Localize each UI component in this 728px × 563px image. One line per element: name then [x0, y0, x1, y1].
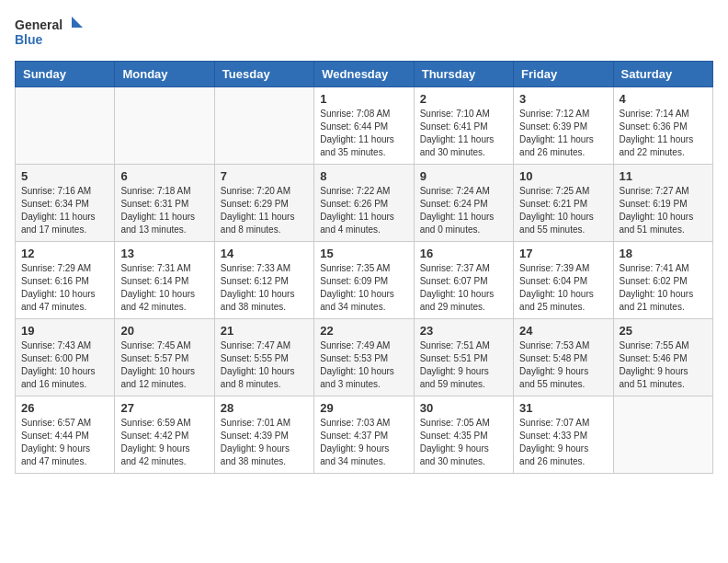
day-number: 15 [320, 247, 407, 260]
svg-text:General: General [15, 17, 63, 32]
day-info: Sunrise: 7:25 AM Sunset: 6:21 PM Dayligh… [519, 185, 607, 236]
day-header-thursday: Thursday [414, 62, 513, 87]
day-info: Sunrise: 7:03 AM Sunset: 4:37 PM Dayligh… [320, 417, 407, 468]
calendar-cell: 18Sunrise: 7:41 AM Sunset: 6:02 PM Dayli… [613, 242, 712, 319]
day-info: Sunrise: 7:08 AM Sunset: 6:44 PM Dayligh… [320, 108, 407, 159]
day-info: Sunrise: 7:37 AM Sunset: 6:07 PM Dayligh… [420, 262, 507, 314]
page-header: GeneralBlue [15, 15, 713, 52]
svg-text:Blue: Blue [15, 32, 43, 47]
calendar-cell: 31Sunrise: 7:07 AM Sunset: 4:33 PM Dayli… [514, 396, 613, 474]
day-number: 1 [320, 92, 407, 106]
calendar-cell: 8Sunrise: 7:22 AM Sunset: 6:26 PM Daylig… [314, 165, 414, 242]
day-info: Sunrise: 7:49 AM Sunset: 5:53 PM Dayligh… [320, 339, 407, 391]
calendar-table: SundayMondayTuesdayWednesdayThursdayFrid… [15, 61, 713, 474]
calendar-cell: 17Sunrise: 7:39 AM Sunset: 6:04 PM Dayli… [514, 242, 613, 319]
calendar-cell [613, 396, 712, 474]
day-number: 3 [519, 92, 607, 106]
day-info: Sunrise: 6:57 AM Sunset: 4:44 PM Dayligh… [21, 417, 108, 468]
calendar-cell: 25Sunrise: 7:55 AM Sunset: 5:46 PM Dayli… [613, 319, 712, 396]
logo: GeneralBlue [15, 15, 88, 52]
day-number: 2 [420, 92, 507, 106]
calendar-cell: 28Sunrise: 7:01 AM Sunset: 4:39 PM Dayli… [214, 396, 313, 474]
day-number: 25 [620, 324, 707, 338]
calendar-cell: 7Sunrise: 7:20 AM Sunset: 6:29 PM Daylig… [214, 165, 313, 242]
calendar-week-row: 1Sunrise: 7:08 AM Sunset: 6:44 PM Daylig… [16, 87, 713, 165]
calendar-cell [214, 87, 313, 165]
calendar-cell: 6Sunrise: 7:18 AM Sunset: 6:31 PM Daylig… [115, 165, 214, 242]
day-header-tuesday: Tuesday [214, 62, 313, 87]
day-info: Sunrise: 7:16 AM Sunset: 6:34 PM Dayligh… [21, 185, 108, 236]
day-info: Sunrise: 7:24 AM Sunset: 6:24 PM Dayligh… [420, 185, 507, 236]
day-number: 9 [420, 169, 507, 183]
day-number: 18 [620, 247, 707, 260]
day-info: Sunrise: 7:35 AM Sunset: 6:09 PM Dayligh… [320, 262, 407, 314]
day-info: Sunrise: 7:27 AM Sunset: 6:19 PM Dayligh… [620, 185, 707, 236]
calendar-week-row: 19Sunrise: 7:43 AM Sunset: 6:00 PM Dayli… [16, 319, 713, 396]
day-info: Sunrise: 7:55 AM Sunset: 5:46 PM Dayligh… [620, 339, 707, 391]
calendar-cell: 13Sunrise: 7:31 AM Sunset: 6:14 PM Dayli… [115, 242, 214, 319]
svg-marker-2 [72, 17, 83, 28]
day-number: 26 [21, 401, 108, 415]
day-number: 19 [21, 324, 108, 338]
calendar-cell: 2Sunrise: 7:10 AM Sunset: 6:41 PM Daylig… [414, 87, 513, 165]
calendar-cell: 26Sunrise: 6:57 AM Sunset: 4:44 PM Dayli… [16, 396, 115, 474]
calendar-cell: 4Sunrise: 7:14 AM Sunset: 6:36 PM Daylig… [613, 87, 712, 165]
day-info: Sunrise: 7:18 AM Sunset: 6:31 PM Dayligh… [120, 185, 208, 236]
day-number: 27 [120, 401, 208, 415]
calendar-week-row: 26Sunrise: 6:57 AM Sunset: 4:44 PM Dayli… [16, 396, 713, 474]
day-number: 20 [120, 324, 208, 338]
day-number: 22 [320, 324, 407, 338]
calendar-cell: 16Sunrise: 7:37 AM Sunset: 6:07 PM Dayli… [414, 242, 513, 319]
day-number: 28 [221, 401, 308, 415]
day-info: Sunrise: 7:01 AM Sunset: 4:39 PM Dayligh… [221, 417, 308, 468]
day-number: 30 [420, 401, 507, 415]
calendar-cell: 20Sunrise: 7:45 AM Sunset: 5:57 PM Dayli… [115, 319, 214, 396]
day-info: Sunrise: 7:53 AM Sunset: 5:48 PM Dayligh… [519, 339, 607, 391]
day-info: Sunrise: 7:39 AM Sunset: 6:04 PM Dayligh… [519, 262, 607, 314]
day-info: Sunrise: 7:12 AM Sunset: 6:39 PM Dayligh… [519, 108, 607, 159]
day-info: Sunrise: 7:43 AM Sunset: 6:00 PM Dayligh… [21, 339, 108, 391]
day-number: 10 [519, 169, 607, 183]
day-info: Sunrise: 7:14 AM Sunset: 6:36 PM Dayligh… [620, 108, 707, 159]
calendar-cell: 3Sunrise: 7:12 AM Sunset: 6:39 PM Daylig… [514, 87, 613, 165]
day-number: 24 [519, 324, 607, 338]
day-info: Sunrise: 6:59 AM Sunset: 4:42 PM Dayligh… [120, 417, 208, 468]
calendar-cell: 27Sunrise: 6:59 AM Sunset: 4:42 PM Dayli… [115, 396, 214, 474]
day-info: Sunrise: 7:41 AM Sunset: 6:02 PM Dayligh… [620, 262, 707, 314]
calendar-cell: 12Sunrise: 7:29 AM Sunset: 6:16 PM Dayli… [16, 242, 115, 319]
day-number: 14 [221, 247, 308, 260]
day-number: 8 [320, 169, 407, 183]
day-number: 21 [221, 324, 308, 338]
calendar-cell: 15Sunrise: 7:35 AM Sunset: 6:09 PM Dayli… [314, 242, 414, 319]
day-number: 11 [620, 169, 707, 183]
day-header-saturday: Saturday [613, 62, 712, 87]
calendar-cell: 24Sunrise: 7:53 AM Sunset: 5:48 PM Dayli… [514, 319, 613, 396]
calendar-cell: 30Sunrise: 7:05 AM Sunset: 4:35 PM Dayli… [414, 396, 513, 474]
day-header-wednesday: Wednesday [314, 62, 414, 87]
day-info: Sunrise: 7:29 AM Sunset: 6:16 PM Dayligh… [21, 262, 108, 314]
calendar-week-row: 12Sunrise: 7:29 AM Sunset: 6:16 PM Dayli… [16, 242, 713, 319]
day-number: 29 [320, 401, 407, 415]
calendar-cell: 29Sunrise: 7:03 AM Sunset: 4:37 PM Dayli… [314, 396, 414, 474]
calendar-cell: 22Sunrise: 7:49 AM Sunset: 5:53 PM Dayli… [314, 319, 414, 396]
calendar-cell: 14Sunrise: 7:33 AM Sunset: 6:12 PM Dayli… [214, 242, 313, 319]
calendar-cell: 1Sunrise: 7:08 AM Sunset: 6:44 PM Daylig… [314, 87, 414, 165]
day-number: 23 [420, 324, 507, 338]
day-info: Sunrise: 7:31 AM Sunset: 6:14 PM Dayligh… [120, 262, 208, 314]
calendar-cell: 5Sunrise: 7:16 AM Sunset: 6:34 PM Daylig… [16, 165, 115, 242]
day-number: 5 [21, 169, 108, 183]
logo-svg: GeneralBlue [15, 15, 88, 52]
calendar-cell: 10Sunrise: 7:25 AM Sunset: 6:21 PM Dayli… [514, 165, 613, 242]
day-info: Sunrise: 7:05 AM Sunset: 4:35 PM Dayligh… [420, 417, 507, 468]
day-info: Sunrise: 7:45 AM Sunset: 5:57 PM Dayligh… [120, 339, 208, 391]
day-info: Sunrise: 7:51 AM Sunset: 5:51 PM Dayligh… [420, 339, 507, 391]
calendar-cell: 9Sunrise: 7:24 AM Sunset: 6:24 PM Daylig… [414, 165, 513, 242]
day-header-monday: Monday [115, 62, 214, 87]
day-number: 7 [221, 169, 308, 183]
calendar-cell [115, 87, 214, 165]
day-header-sunday: Sunday [16, 62, 115, 87]
calendar-cell [16, 87, 115, 165]
calendar-cell: 11Sunrise: 7:27 AM Sunset: 6:19 PM Dayli… [613, 165, 712, 242]
day-info: Sunrise: 7:10 AM Sunset: 6:41 PM Dayligh… [420, 108, 507, 159]
day-number: 12 [21, 247, 108, 260]
